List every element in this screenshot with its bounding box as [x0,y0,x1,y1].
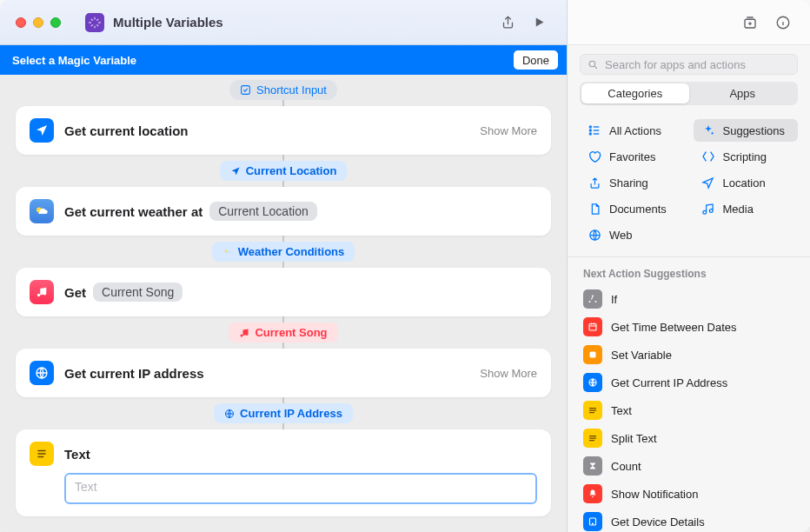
magic-variable-label: Current IP Address [240,407,342,420]
bell-icon [583,484,602,503]
svg-point-16 [593,523,594,524]
suggestion-get-ip[interactable]: Get Current IP Address [576,369,801,396]
category-media[interactable]: Media [694,197,799,220]
magic-variable-current-location[interactable]: Current Location [220,161,348,181]
text-input-field[interactable]: Text [64,473,537,504]
category-label: Scripting [723,150,767,163]
traffic-lights [16,17,61,28]
category-scripting[interactable]: Scripting [694,145,799,168]
globe-icon [587,227,602,243]
fullscreen-window-button[interactable] [50,17,61,28]
parameter-label: Current Location [218,204,309,218]
suggestion-set-variable[interactable]: Set Variable [576,341,801,369]
action-title: Get current location [64,123,189,138]
done-button[interactable]: Done [514,50,558,70]
network-icon [30,361,54,385]
action-text[interactable]: Text Text [16,429,551,516]
right-pane: Search for apps and actions Categories A… [567,0,810,532]
category-label: Suggestions [723,124,786,137]
scripting-icon [700,149,716,164]
branch-icon [583,289,602,309]
suggestion-label: Count [611,460,641,473]
suggestion-count[interactable]: Count [576,452,801,480]
search-input[interactable]: Search for apps and actions [580,54,798,75]
suggestion-if[interactable]: If [576,285,801,313]
shortcut-input-label: Shortcut Input [256,83,327,96]
document-icon [587,201,602,216]
suggestion-label: If [611,293,617,306]
parameter-location[interactable]: Current Location [209,202,317,221]
magic-variable-label: Current Location [246,164,337,177]
suggestion-split-text[interactable]: Split Text [576,424,801,452]
category-sharing[interactable]: Sharing [580,171,685,194]
categories-grid: All Actions Suggestions Favorites Script… [568,114,810,256]
svg-point-8 [589,126,591,128]
suggestion-time-between-dates[interactable]: Get Time Between Dates [576,313,801,341]
category-label: Sharing [609,176,648,190]
segmented-control[interactable]: Categories Apps [580,82,798,105]
category-label: Documents [609,203,667,216]
minimize-window-button[interactable] [33,17,43,28]
action-title: Get current weather at [64,204,202,219]
magic-variable-current-song[interactable]: Current Song [229,323,337,342]
suggestion-show-notification[interactable]: Show Notification [576,480,801,508]
run-button[interactable] [527,12,551,33]
shortcut-input-pill[interactable]: Shortcut Input [229,80,337,100]
segment-categories[interactable]: Categories [581,83,689,103]
list-bulleted-icon [587,123,602,138]
network-icon [583,373,602,392]
svg-point-10 [589,133,591,135]
right-toolbar [568,0,810,45]
parameter-label: Current Song [102,285,174,299]
suggestion-label: Get Device Details [611,515,705,529]
category-web[interactable]: Web [580,223,685,246]
text-lines-icon [583,429,602,448]
workflow-canvas[interactable]: Shortcut Input Get current location Show… [0,75,567,532]
category-documents[interactable]: Documents [580,197,685,220]
magic-variable-current-ip[interactable]: Current IP Address [214,403,353,423]
info-button[interactable] [772,12,794,33]
action-get-current-ip[interactable]: Get current IP address Show More [16,349,551,397]
category-label: Media [723,203,754,216]
category-suggestions[interactable]: Suggestions [694,119,799,142]
category-all-actions[interactable]: All Actions [580,119,685,142]
suggestion-label: Split Text [611,432,657,445]
action-get-current-song[interactable]: Get Current Song [16,268,551,316]
heart-icon [587,149,602,164]
magic-variable-prompt-bar: Select a Magic Variable Done [0,45,567,75]
segment-apps[interactable]: Apps [689,83,797,103]
magic-variable-label: Weather Conditions [238,245,345,258]
category-location[interactable]: Location [694,171,799,194]
parameter-current-song[interactable]: Current Song [93,283,183,302]
share-button[interactable] [495,12,520,33]
category-favorites[interactable]: Favorites [580,145,685,168]
suggestions-list[interactable]: If Get Time Between Dates Set Variable G… [568,285,810,532]
magic-variable-weather-conditions[interactable]: Weather Conditions [212,242,355,262]
share-icon [587,175,602,190]
music-note-icon [700,201,716,216]
suggestion-text[interactable]: Text [576,396,801,424]
svg-point-7 [589,61,595,67]
suggestion-label: Show Notification [611,488,698,501]
svg-rect-13 [590,352,596,358]
category-label: Location [723,176,766,190]
show-more-button[interactable]: Show More [480,367,537,380]
suggestions-header: Next Action Suggestions [568,261,810,285]
text-input-placeholder: Text [75,480,97,494]
device-icon [583,512,602,531]
show-more-button[interactable]: Show More [480,124,537,137]
shortcut-icon [85,13,104,32]
location-arrow-icon [700,175,716,190]
action-title: Text [64,447,90,462]
suggestion-label: Get Current IP Address [611,376,727,389]
music-icon [30,280,54,304]
svg-rect-0 [242,86,250,95]
suggestion-device-details[interactable]: Get Device Details [576,508,801,532]
library-button[interactable] [739,12,761,33]
search-container: Search for apps and actions [568,45,810,82]
magic-variable-label: Current Song [255,326,327,339]
action-get-current-weather[interactable]: Get current weather at Current Location [16,187,551,236]
close-window-button[interactable] [16,17,26,28]
search-placeholder: Search for apps and actions [605,58,746,71]
action-get-current-location[interactable]: Get current location Show More [16,106,551,155]
